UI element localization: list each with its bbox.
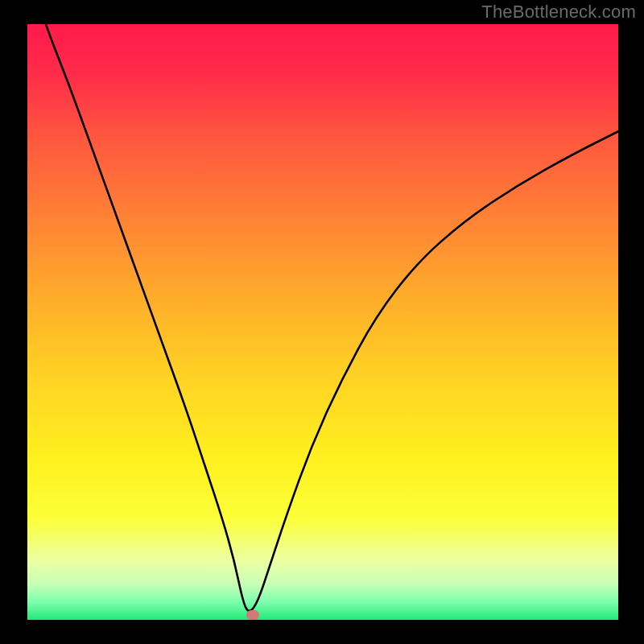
outer-frame: TheBottleneck.com <box>0 0 644 644</box>
balanced-point-marker <box>246 610 259 620</box>
watermark-text: TheBottleneck.com <box>481 2 636 23</box>
bottleneck-curve <box>27 24 618 620</box>
plot-area <box>27 24 618 620</box>
